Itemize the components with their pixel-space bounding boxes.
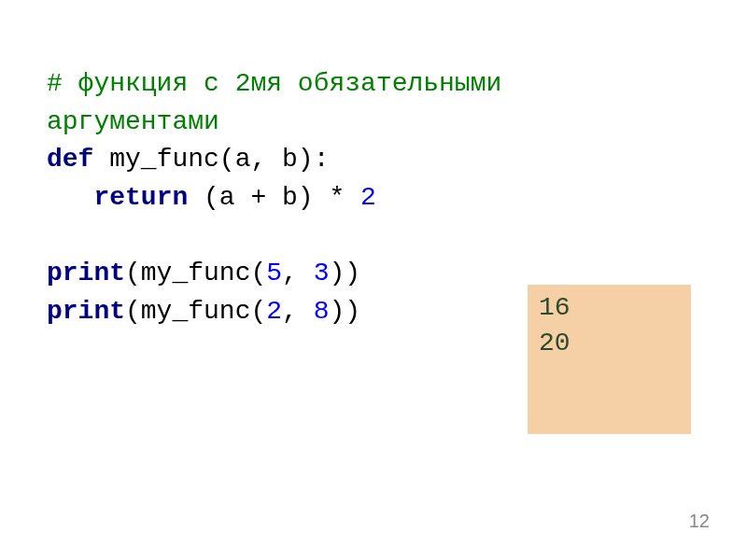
comment-line-2: аргументами [47, 104, 700, 142]
output-box: 16 20 [528, 285, 691, 434]
print1-close: )) [329, 259, 360, 287]
code-block: # функция с 2мя обязательными аргументам… [0, 0, 747, 330]
print1-keyword: print [47, 259, 125, 287]
print2-open: (my_func( [125, 297, 266, 326]
page-number: 12 [689, 511, 710, 532]
print2-arg1: 2 [266, 297, 282, 326]
print2-keyword: print [47, 297, 125, 326]
return-keyword: return [93, 183, 188, 212]
print1-arg1: 5 [266, 259, 282, 287]
func-signature: my_func(a, b): [93, 145, 329, 174]
output-line-1: 16 [539, 290, 680, 326]
print2-sep: , [282, 297, 314, 326]
comment-text-1: # функция с 2мя обязательными [47, 69, 501, 98]
return-expr: (a + b) * [188, 183, 360, 212]
indent-1 [47, 183, 93, 212]
blank-line [47, 217, 700, 255]
print1-arg2: 3 [314, 259, 330, 287]
def-line: def my_func(a, b): [47, 141, 700, 179]
print2-arg2: 8 [314, 297, 330, 326]
print1-sep: , [282, 259, 314, 287]
comment-line-1: # функция с 2мя обязательными [47, 65, 700, 104]
print2-close: )) [329, 297, 360, 326]
return-number: 2 [360, 183, 376, 212]
comment-text-2: аргументами [47, 107, 219, 136]
return-line: return (a + b) * 2 [47, 179, 700, 217]
output-line-2: 20 [539, 326, 680, 361]
print1-open: (my_func( [125, 259, 266, 287]
def-keyword: def [47, 145, 93, 174]
